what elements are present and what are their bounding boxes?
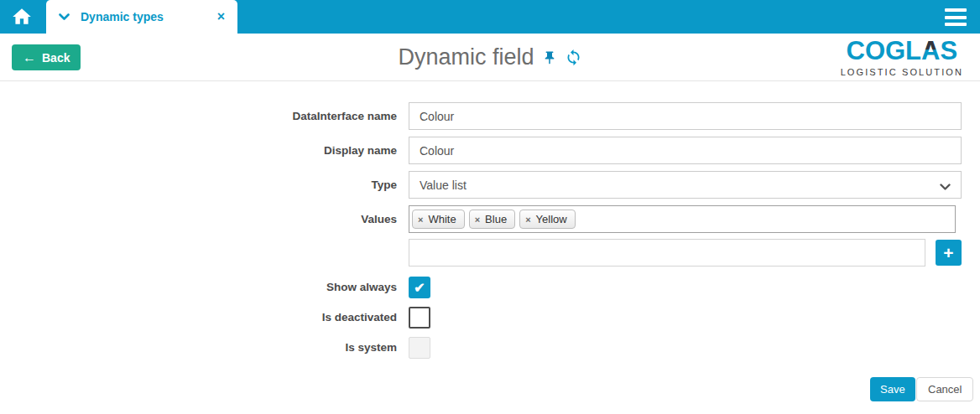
logo-wordmark: COGLAS (841, 38, 963, 65)
tag-white: × White (412, 210, 465, 229)
back-button[interactable]: ← Back (12, 44, 81, 70)
page-header: ← Back Dynamic field COGLAS LOGISTIC SOL… (0, 34, 980, 81)
app-window: Dynamic types × ← Back Dynamic field COG… (0, 0, 980, 414)
values-tag-input[interactable]: × White × Blue × Yellow (409, 205, 956, 233)
home-icon (11, 6, 33, 28)
save-button[interactable]: Save (870, 377, 915, 401)
title-area: Dynamic field (0, 34, 980, 81)
coglas-logo: COGLAS LOGISTIC SOLUTION (841, 38, 963, 77)
tab-label: Dynamic types (81, 10, 217, 23)
tag-label: Blue (485, 213, 507, 225)
type-select-value: Value list (420, 179, 467, 192)
new-value-input[interactable] (409, 239, 925, 267)
logo-letter-a: A (921, 38, 940, 65)
home-button[interactable] (0, 0, 44, 34)
is-system-label: Is system (0, 337, 397, 359)
tag-remove-icon[interactable]: × (525, 215, 530, 225)
cancel-button[interactable]: Cancel (916, 377, 973, 401)
logo-subtitle: LOGISTIC SOLUTION (841, 67, 963, 77)
tag-blue: × Blue (469, 210, 515, 229)
menu-bar (945, 8, 967, 12)
tab-close-icon[interactable]: × (217, 10, 225, 23)
is-deactivated-label: Is deactivated (0, 307, 397, 329)
chevron-down-icon[interactable] (59, 13, 70, 21)
tag-remove-icon[interactable]: × (418, 215, 423, 225)
datainterface-name-label: DataInterface name (0, 102, 397, 130)
pin-icon[interactable] (542, 50, 557, 65)
back-button-label: Back (42, 51, 70, 65)
display-name-input[interactable] (409, 137, 962, 164)
add-value-button[interactable]: + (936, 240, 962, 266)
is-system-checkbox (409, 337, 430, 359)
show-always-checkbox[interactable] (409, 277, 430, 298)
menu-icon[interactable] (945, 8, 967, 26)
refresh-icon[interactable] (565, 49, 582, 66)
tag-yellow: × Yellow (519, 210, 576, 229)
datainterface-name-input[interactable] (409, 102, 962, 130)
values-label: Values (0, 205, 397, 233)
tag-remove-icon[interactable]: × (475, 215, 480, 225)
show-always-label: Show always (0, 277, 397, 298)
type-label: Type (0, 171, 397, 199)
menu-bar (945, 23, 967, 26)
page-title: Dynamic field (398, 44, 534, 70)
menu-bar (945, 16, 967, 19)
tab-dynamic-types[interactable]: Dynamic types × (46, 0, 237, 34)
checkmark-icon (414, 280, 425, 296)
top-bar: Dynamic types × (0, 0, 980, 34)
tag-label: White (428, 213, 456, 225)
is-deactivated-checkbox[interactable] (409, 307, 430, 329)
type-select[interactable]: Value list (409, 171, 962, 199)
select-chevron-icon (940, 180, 951, 194)
display-name-label: Display name (0, 137, 397, 164)
tag-label: Yellow (536, 213, 567, 225)
back-arrow-icon: ← (23, 51, 36, 65)
